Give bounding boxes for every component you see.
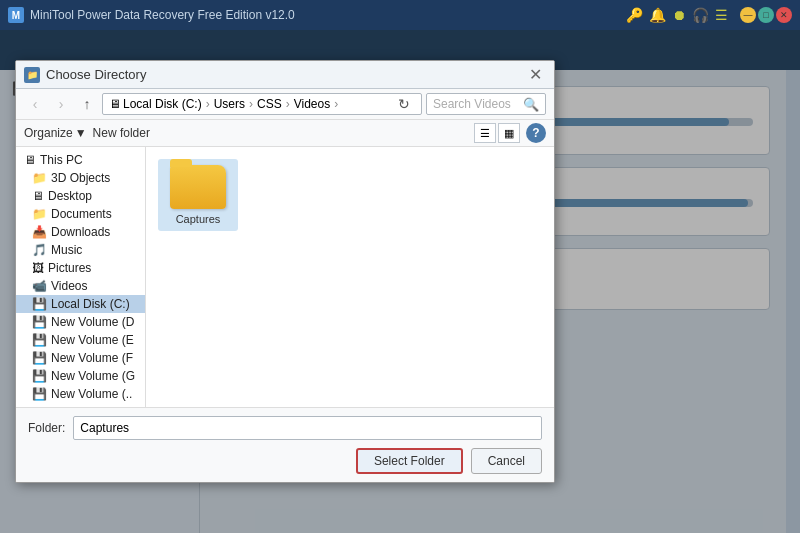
app-icon: M — [8, 7, 24, 23]
music-label: Music — [51, 243, 82, 257]
help-button[interactable]: ? — [526, 123, 546, 143]
view-btn-list[interactable]: ☰ — [474, 123, 496, 143]
tree-item-thispc[interactable]: 🖥 This PC — [16, 151, 145, 169]
folder-label-captures: Captures — [176, 213, 221, 225]
modal-overlay: 📁 Choose Directory ✕ ‹ › ↑ 🖥 Local Disk … — [0, 30, 800, 533]
dialog-titlebar: 📁 Choose Directory ✕ — [16, 61, 554, 89]
tree-item-documents[interactable]: 📁 Documents — [16, 205, 145, 223]
dialog-toolbar2: Organize ▼ New folder ☰ ▦ ? — [16, 120, 554, 147]
thispc-label: This PC — [40, 153, 83, 167]
address-refresh-button[interactable]: ↻ — [393, 93, 415, 115]
pictures-label: Pictures — [48, 261, 91, 275]
tree-item-music[interactable]: 🎵 Music — [16, 241, 145, 259]
tree-item-vol-g[interactable]: 💾 New Volume (G — [16, 367, 145, 385]
record-icon: ⏺ — [672, 7, 686, 23]
key-icon: 🔑 — [626, 7, 643, 23]
folder-icon-captures — [170, 165, 226, 209]
videos-label: Videos — [51, 279, 87, 293]
3dobjects-icon: 📁 — [32, 171, 47, 185]
dialog-title: Choose Directory — [46, 67, 525, 82]
app-area: 💾 New Volume 💾 New Volume(F: NTFS) 92.82… — [0, 30, 800, 533]
search-icon: 🔍 — [523, 97, 539, 112]
folder-item-captures[interactable]: Captures — [158, 159, 238, 231]
address-css: CSS — [257, 97, 282, 111]
address-crumb-drive: 🖥 Local Disk (C:) — [109, 97, 202, 111]
folder-row: Folder: — [28, 416, 542, 440]
localdisk-label: Local Disk (C:) — [51, 297, 130, 311]
music-icon: 🎵 — [32, 243, 47, 257]
vol-d-label: New Volume (D — [51, 315, 134, 329]
vol-e-label: New Volume (E — [51, 333, 134, 347]
tree-item-desktop[interactable]: 🖥 Desktop — [16, 187, 145, 205]
minimize-button[interactable]: — — [740, 7, 756, 23]
app-title: MiniTool Power Data Recovery Free Editio… — [30, 8, 626, 22]
tree-item-localdisk[interactable]: 💾 Local Disk (C:) — [16, 295, 145, 313]
dialog-footer: Folder: Select Folder Cancel — [16, 407, 554, 482]
dialog-icon: 📁 — [24, 67, 40, 83]
address-users: Users — [214, 97, 245, 111]
vol-f-label: New Volume (F — [51, 351, 133, 365]
menu-icon[interactable]: ☰ — [715, 7, 728, 23]
vol-g-icon: 💾 — [32, 369, 47, 383]
vol-e-icon: 💾 — [32, 333, 47, 347]
bell-icon: 🔔 — [649, 7, 666, 23]
view-btn-details[interactable]: ▦ — [498, 123, 520, 143]
search-placeholder: Search Videos — [433, 97, 511, 111]
cancel-button[interactable]: Cancel — [471, 448, 542, 474]
address-videos: Videos — [294, 97, 330, 111]
downloads-label: Downloads — [51, 225, 110, 239]
file-browser[interactable]: Captures — [146, 147, 554, 407]
title-bar-system-icons: 🔑 🔔 ⏺ 🎧 ☰ — [626, 7, 728, 23]
downloads-icon: 📥 — [32, 225, 47, 239]
select-folder-button[interactable]: Select Folder — [356, 448, 463, 474]
3dobjects-label: 3D Objects — [51, 171, 110, 185]
organize-label: Organize — [24, 126, 73, 140]
pictures-icon: 🖼 — [32, 261, 44, 275]
documents-icon: 📁 — [32, 207, 47, 221]
address-local-disk: Local Disk (C:) — [123, 97, 202, 111]
new-folder-button[interactable]: New folder — [93, 126, 150, 140]
tree-item-3dobjects[interactable]: 📁 3D Objects — [16, 169, 145, 187]
tree-item-downloads[interactable]: 📥 Downloads — [16, 223, 145, 241]
vol-more-label: New Volume (.. — [51, 387, 132, 401]
tree-item-vol-d[interactable]: 💾 New Volume (D — [16, 313, 145, 331]
localdisk-icon: 💾 — [32, 297, 47, 311]
vol-g-label: New Volume (G — [51, 369, 135, 383]
dialog-toolbar: ‹ › ↑ 🖥 Local Disk (C:) › Users › CSS › … — [16, 89, 554, 120]
dialog-body: 🖥 This PC 📁 3D Objects 🖥 Desktop 📁 Docum… — [16, 147, 554, 407]
organize-button[interactable]: Organize ▼ — [24, 126, 87, 140]
desktop-tree-label: Desktop — [48, 189, 92, 203]
organize-chevron: ▼ — [75, 126, 87, 140]
pc-icon: 🖥 — [109, 97, 121, 111]
dialog-choose-directory: 📁 Choose Directory ✕ ‹ › ↑ 🖥 Local Disk … — [15, 60, 555, 483]
tree-item-videos[interactable]: 📹 Videos — [16, 277, 145, 295]
vol-f-icon: 💾 — [32, 351, 47, 365]
vol-d-icon: 💾 — [32, 315, 47, 329]
view-buttons: ☰ ▦ — [474, 123, 520, 143]
dialog-buttons: Select Folder Cancel — [28, 448, 542, 474]
documents-label: Documents — [51, 207, 112, 221]
vol-more-icon: 💾 — [32, 387, 47, 401]
back-button[interactable]: ‹ — [24, 93, 46, 115]
folder-input[interactable] — [73, 416, 542, 440]
tree-item-vol-more[interactable]: 💾 New Volume (.. — [16, 385, 145, 403]
title-bar: M MiniTool Power Data Recovery Free Edit… — [0, 0, 800, 30]
thispc-icon: 🖥 — [24, 153, 36, 167]
dialog-close-button[interactable]: ✕ — [525, 65, 546, 84]
up-button[interactable]: ↑ — [76, 93, 98, 115]
window-controls[interactable]: — □ ✕ — [740, 7, 792, 23]
tree-item-pictures[interactable]: 🖼 Pictures — [16, 259, 145, 277]
desktop-folder-icon: 🖥 — [32, 189, 44, 203]
tree-item-vol-e[interactable]: 💾 New Volume (E — [16, 331, 145, 349]
forward-button[interactable]: › — [50, 93, 72, 115]
file-tree: 🖥 This PC 📁 3D Objects 🖥 Desktop 📁 Docum… — [16, 147, 146, 407]
folder-label-text: Folder: — [28, 421, 65, 435]
close-button[interactable]: ✕ — [776, 7, 792, 23]
address-bar[interactable]: 🖥 Local Disk (C:) › Users › CSS › Videos… — [102, 93, 422, 115]
search-bar[interactable]: Search Videos 🔍 — [426, 93, 546, 115]
maximize-button[interactable]: □ — [758, 7, 774, 23]
tree-item-vol-f[interactable]: 💾 New Volume (F — [16, 349, 145, 367]
headset-icon: 🎧 — [692, 7, 709, 23]
videos-icon: 📹 — [32, 279, 47, 293]
